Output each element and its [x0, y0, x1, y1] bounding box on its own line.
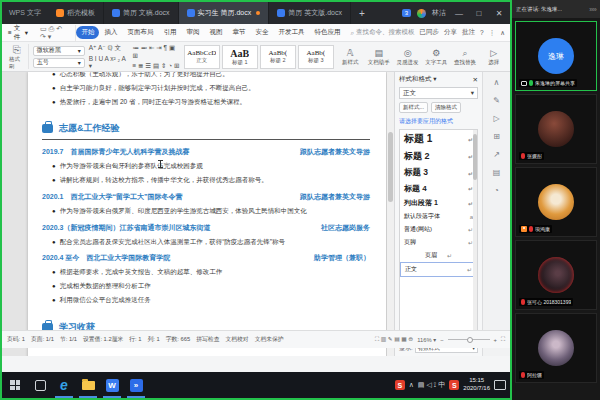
paragraph-tools-row2[interactable]: ≡ ≣ ☰ ▤ ⇕ ◔ ⊞ [133, 62, 180, 70]
tray-expand-icon[interactable]: ∧ [409, 381, 414, 389]
text-tools-button[interactable]: ⚙ 文字工具 [424, 48, 449, 65]
tab-insert[interactable]: 插入 [99, 26, 122, 39]
zoom-level[interactable]: 116% ▾ [417, 337, 436, 343]
paragraph-tools-row1[interactable]: ≔ ≕ ⇤ ⇥ ¶ ▣ ⊞ [133, 44, 180, 60]
participant-tile[interactable]: 阿拉疆 [515, 313, 597, 383]
styles-pane-title[interactable]: 样式和格式 ▾ [399, 75, 437, 84]
tab-page-layout[interactable]: 页面布局 [122, 26, 158, 39]
taskbar-meeting[interactable]: » [124, 372, 148, 398]
tab-dev-tools[interactable]: 开发工具 [273, 26, 309, 39]
font-tools-row2[interactable]: B I U A x² ₂ A ▾ [89, 55, 129, 70]
help-icon[interactable]: ? [480, 29, 484, 36]
participant-tile-screen-share[interactable]: 逸琳 朱逸琳的屏幕共享 [515, 21, 597, 91]
tray-icons[interactable]: ▤ ◁ ⟟ 中 [418, 380, 445, 390]
tab-view[interactable]: 视图 [204, 26, 227, 39]
participant-tile[interactable]: 张可心 2018301399 [515, 240, 597, 310]
zoom-out-button[interactable]: − [440, 337, 443, 343]
start-button[interactable] [2, 372, 28, 398]
font-size-select[interactable]: 五号 ▾ [33, 58, 85, 68]
user-name[interactable]: 林洁 [432, 8, 446, 18]
style-item-heading4[interactable]: 标题 4↵ [400, 181, 477, 196]
tab-references[interactable]: 引用 [158, 26, 181, 39]
scrollbar-thumb[interactable] [473, 134, 477, 180]
maximize-button[interactable]: □ [472, 9, 486, 18]
fit-page-button[interactable]: ⛶ [501, 336, 505, 343]
style-item-heading2[interactable]: 标题 2↵ [400, 148, 477, 165]
command-search-input[interactable]: ⌕ 查找命令、搜索模板 [345, 28, 419, 37]
share-button[interactable]: 分享 [444, 28, 457, 37]
tab-doc-2-active[interactable]: 实习生 简历.docx [179, 2, 270, 24]
new-style-button[interactable]: 新样式... [399, 102, 428, 113]
collapse-ribbon-icon[interactable]: ∧ [500, 29, 505, 37]
doc-assistant-button[interactable]: ▤ 文档助手 [367, 48, 392, 65]
taskbar-wps[interactable]: W [100, 372, 124, 398]
tab-review[interactable]: 审阅 [181, 26, 204, 39]
font-name-select[interactable]: 微软雅黑 ▾ [33, 46, 85, 56]
phone-icon[interactable]: ◔ [494, 186, 499, 195]
tab-templates[interactable]: 稻壳模板 [48, 2, 104, 24]
close-icon[interactable]: ✕ [473, 76, 478, 84]
more-icon[interactable]: ⋮ [489, 29, 496, 37]
tab-home[interactable]: 开始 [76, 26, 99, 39]
cursor-icon[interactable]: ▷ [493, 114, 499, 123]
document-area[interactable]: ●心态积极（主动乐观），乐于助人；为了更好地提升自己。 ●自主学习能力良好，能够… [2, 72, 394, 356]
participant-tile[interactable]: 项鸿康 [515, 167, 597, 237]
document-scrollbar[interactable] [387, 72, 394, 356]
new-tab-button[interactable]: + [351, 8, 373, 19]
app-menu[interactable]: WPS 文字 [2, 8, 48, 18]
font-tools-row1[interactable]: A⁺ A⁻ ℚ 文 [89, 44, 129, 53]
action-center-icon[interactable] [494, 380, 506, 390]
scrollbar-thumb[interactable] [388, 132, 393, 202]
document-page[interactable]: ●心态积极（主动乐观），乐于助人；为了更好地提升自己。 ●自主学习能力良好，能够… [28, 72, 386, 356]
style-item-default-font[interactable]: 默认段落字体a [400, 210, 477, 223]
sogou-icon[interactable]: S [449, 380, 459, 390]
select-button[interactable]: ▷ 选择 [481, 48, 506, 65]
format-painter-button[interactable]: ⎘ 格式刷 [6, 44, 29, 69]
zoom-in-button[interactable]: + [494, 337, 497, 343]
tab-special-apps[interactable]: 特色应用 [309, 26, 345, 39]
quick-access-toolbar[interactable]: ▭ ⎙ ↶ ↷ ▾ [34, 25, 76, 41]
tab-security[interactable]: 安全 [250, 26, 273, 39]
doc-protection-button[interactable]: 文档未保护 [255, 335, 284, 344]
spell-check-button[interactable]: 拼写检查 [196, 335, 219, 344]
inspiration-button[interactable]: ◎ 灵感迸发 [395, 48, 420, 65]
taskbar-edge[interactable]: e [52, 372, 76, 398]
zoom-slider[interactable] [448, 339, 490, 340]
synced-status[interactable]: 已同步 [420, 28, 440, 37]
notes-icon[interactable]: ▤ [493, 168, 501, 177]
zoom-slider-knob[interactable] [467, 337, 473, 343]
style-heading2[interactable]: AaBb( 标题 2 [260, 45, 296, 69]
pen-icon[interactable]: ✎ [493, 96, 500, 105]
comment-button[interactable]: 批注 [462, 28, 475, 37]
style-item-heading3[interactable]: 标题 3↵ [400, 165, 477, 181]
view-mode-icons[interactable]: ⛶ ▥ ✎ ▤ ▦ ⊜ [375, 336, 413, 343]
file-menu-button[interactable]: ≡ 文件 ▾ [2, 24, 34, 42]
participant-tile[interactable]: 张媛彤 [515, 94, 597, 164]
style-heading1[interactable]: AaB 标题 1 [222, 45, 258, 69]
sync-icon[interactable] [417, 9, 426, 18]
style-item-heading1[interactable]: 标题 1↵ [400, 130, 477, 148]
tab-count-badge[interactable]: 3 [402, 9, 411, 17]
share-panel-icon[interactable]: ↗ [493, 150, 500, 159]
style-heading3[interactable]: AaBb( 标题 3 [298, 45, 334, 69]
tab-doc-3[interactable]: 简历 英文版.docx [269, 2, 351, 24]
new-style-button[interactable]: 𝔸 新样式 [338, 48, 363, 65]
style-item-body-selected[interactable]: 正文↵ [400, 262, 477, 277]
tab-doc-1[interactable]: 简历 文稿.docx [104, 2, 179, 24]
taskbar-clock[interactable]: 15:15 2020/7/16 [463, 377, 490, 393]
find-replace-button[interactable]: ⌕ 查找替换 [453, 48, 478, 65]
minimize-button[interactable]: — [452, 9, 466, 18]
proofread-button[interactable]: 文档校对 [225, 335, 248, 344]
sogou-icon[interactable]: S [395, 380, 405, 390]
taskbar-explorer[interactable] [76, 372, 100, 398]
style-item-footer[interactable]: 页脚↵ [400, 236, 477, 249]
word-count[interactable]: 字数: 665 [166, 335, 191, 344]
card-icon[interactable]: ⊞ [493, 132, 500, 141]
style-item-header[interactable]: 页眉↵ [400, 249, 477, 262]
clear-format-button[interactable]: 清除格式 [431, 102, 461, 113]
style-item-normal-web[interactable]: 普通(网站)↵ [400, 223, 477, 236]
style-item-list-paragraph[interactable]: 列出段落 1↵ [400, 196, 477, 210]
current-style-select[interactable]: 正文 ▾ [399, 87, 478, 99]
collapse-pane-icon[interactable]: ∧ [494, 78, 500, 87]
task-view-button[interactable] [28, 372, 52, 398]
